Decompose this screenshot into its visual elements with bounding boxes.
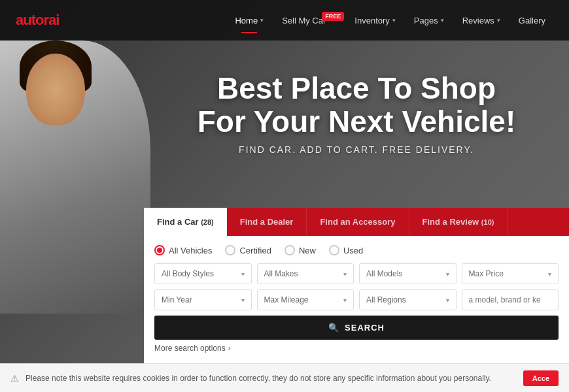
cookie-accept-button[interactable]: Acce	[523, 370, 559, 386]
nav-item-reviews[interactable]: Reviews ▾	[455, 10, 508, 31]
chevron-down-icon: ▾	[446, 297, 449, 304]
search-button-row: 🔍 SEARCH	[154, 316, 559, 340]
radio-new[interactable]: New	[284, 245, 316, 255]
chevron-down-icon: ▾	[260, 17, 264, 24]
hero-subtitle: FIND CAR. ADD TO CART. FREE DELIVERY.	[144, 144, 569, 155]
warning-icon: ⚠	[10, 373, 19, 384]
person-face	[26, 54, 85, 125]
radio-used-icon	[329, 245, 339, 255]
hero-title: Best Place To Shop For Your Next Vehicle…	[144, 72, 569, 138]
radio-certified[interactable]: Certified	[225, 245, 271, 255]
search-form: All Vehicles Certified New Used A	[144, 236, 569, 363]
search-tabs: Find a Car (28) Find a Dealer Find an Ac…	[144, 208, 569, 236]
chevron-down-icon: ▾	[497, 17, 500, 24]
logo-prefix: auto	[16, 12, 43, 28]
chevron-down-icon: ▾	[241, 270, 245, 278]
cookie-banner: ⚠ Please note this website requires cook…	[0, 363, 569, 392]
hero-content: Best Place To Shop For Your Next Vehicle…	[144, 72, 569, 155]
max-mileage-dropdown[interactable]: Max Mileage ▾	[257, 289, 354, 310]
search-icon: 🔍	[328, 323, 339, 333]
tab-find-dealer[interactable]: Find a Dealer	[227, 208, 307, 236]
nav-links: Home ▾ Sell My Car FREE Inventory ▾ Page…	[227, 10, 553, 31]
chevron-down-icon: ▾	[441, 17, 444, 24]
radio-new-icon	[284, 245, 295, 255]
model-dropdown[interactable]: All Models ▾	[359, 263, 457, 284]
logo-suffix: rai	[43, 12, 59, 28]
chevron-down-icon: ▾	[343, 297, 347, 304]
nav-item-pages[interactable]: Pages ▾	[406, 10, 452, 31]
chevron-down-icon: ▾	[446, 270, 449, 278]
vehicle-type-radios: All Vehicles Certified New Used	[154, 245, 559, 255]
search-panel: Find a Car (28) Find a Dealer Find an Ac…	[144, 208, 569, 363]
tab-find-car[interactable]: Find a Car (28)	[144, 208, 227, 236]
hero-section: Best Place To Shop For Your Next Vehicle…	[0, 0, 569, 392]
nav-item-sell[interactable]: Sell My Car FREE	[274, 10, 344, 31]
filter-row-2: Min Year ▾ Max Mileage ▾ All Regions ▾	[154, 289, 559, 310]
cookie-text: Please note this website requires cookie…	[26, 374, 517, 383]
radio-all-vehicles[interactable]: All Vehicles	[154, 245, 212, 255]
chevron-down-icon: ▾	[548, 270, 551, 278]
nav-item-gallery[interactable]: Gallery	[511, 10, 553, 31]
search-button[interactable]: 🔍 SEARCH	[154, 316, 559, 340]
nav-item-inventory[interactable]: Inventory ▾	[347, 10, 403, 31]
keyword-input[interactable]	[462, 289, 559, 310]
chevron-down-icon: ▾	[241, 297, 245, 304]
radio-certified-icon	[225, 245, 235, 255]
radio-all-icon	[154, 245, 165, 255]
more-options-link[interactable]: More search options ›	[154, 344, 559, 357]
chevron-down-icon: ▾	[343, 270, 347, 278]
arrow-right-icon: ›	[228, 344, 231, 353]
navbar: autorai Home ▾ Sell My Car FREE Inventor…	[0, 0, 569, 41]
filter-row-1: All Body Styles ▾ All Makes ▾ All Models…	[154, 263, 559, 284]
nav-item-home[interactable]: Home ▾	[227, 10, 271, 31]
region-dropdown[interactable]: All Regions ▾	[359, 289, 457, 310]
make-dropdown[interactable]: All Makes ▾	[257, 263, 354, 284]
chevron-down-icon: ▾	[392, 17, 396, 24]
radio-used[interactable]: Used	[329, 245, 363, 255]
max-price-dropdown[interactable]: Max Price ▾	[462, 263, 559, 284]
min-year-dropdown[interactable]: Min Year ▾	[154, 289, 252, 310]
body-style-dropdown[interactable]: All Body Styles ▾	[154, 263, 252, 284]
site-logo[interactable]: autorai	[16, 12, 59, 29]
tab-find-accessory[interactable]: Find an Accessory	[307, 208, 409, 236]
free-badge: FREE	[322, 12, 344, 21]
tab-find-review[interactable]: Find a Review (10)	[409, 208, 508, 236]
